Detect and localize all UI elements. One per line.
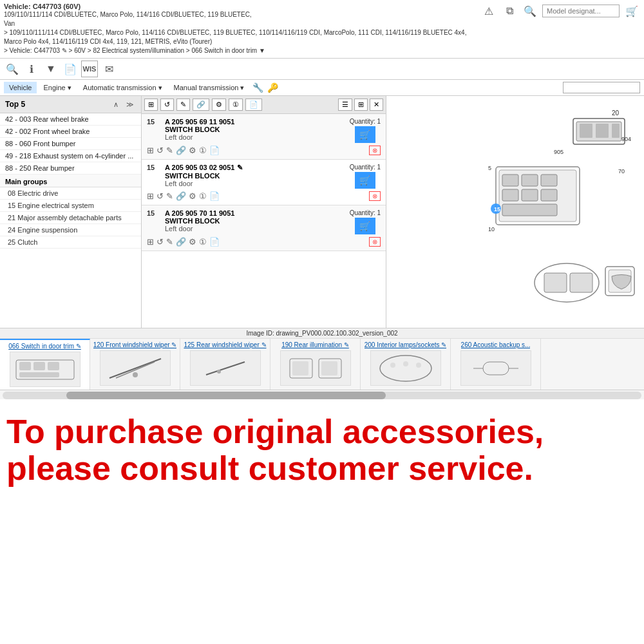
group-engine-suspension[interactable]: 24 Engine suspension (0, 224, 141, 236)
left-item-rear-bumper[interactable]: 88 - 250 Rear bumper (0, 162, 141, 175)
delete-btn-1[interactable]: ⊗ (369, 146, 381, 155)
link-icon-1[interactable]: 🔗 (176, 146, 186, 155)
wis-icon[interactable]: WIS (81, 61, 98, 77)
tab-engine[interactable]: Engine ▾ (38, 82, 76, 94)
right-panel: 20 905 904 70 (386, 96, 644, 328)
settings-icon-1[interactable]: ⚙ (189, 146, 196, 155)
svg-text:70: 70 (618, 168, 625, 175)
thumb-tab-label-190: 190 Rear illumination ✎ (281, 341, 349, 348)
thumb-tab-label-200: 200 Interior lamps/sockets ✎ (365, 341, 447, 348)
cart-btn-2[interactable]: 🛒 (355, 172, 375, 189)
left-item-exhaust[interactable]: 49 - 218 Exhaust system on 4-cylinder ..… (0, 150, 141, 162)
info-icon-1[interactable]: ① (199, 146, 207, 155)
search-icon-btn[interactable]: 🔍 (522, 3, 538, 19)
edit-icon-3[interactable]: ✎ (166, 237, 173, 247)
expand-icon[interactable]: ≫ (124, 99, 136, 110)
document-icon[interactable]: 📄 (62, 61, 79, 77)
refresh-icon-2[interactable]: ↺ (156, 191, 164, 201)
cart-btn-3[interactable]: 🛒 (355, 218, 375, 234)
ct-edit-btn[interactable]: ✎ (176, 99, 190, 111)
filter-icon[interactable]: ▼ (43, 61, 59, 77)
ct-info-btn[interactable]: ① (229, 99, 243, 111)
cart-icon-btn[interactable]: 🛒 (623, 3, 640, 19)
part-sub-2: Left door (165, 180, 345, 187)
edit-icon-1[interactable]: ✎ (166, 146, 173, 155)
ct-doc-btn[interactable]: 📄 (245, 99, 262, 111)
ct-link-btn[interactable]: 🔗 (193, 99, 209, 111)
zoom-in-icon[interactable]: 🔍 (4, 61, 21, 77)
left-item-rear-wheel-brake[interactable]: 42 - 003 Rear wheel brake (0, 113, 141, 126)
ct-grid-btn[interactable]: ⊞ (144, 99, 158, 111)
left-panel: Top 5 ∧ ≫ 42 - 003 Rear wheel brake 42 -… (0, 96, 142, 328)
group-major-assembly[interactable]: 21 Major assembly detachable parts (0, 212, 141, 224)
doc-icon-1[interactable]: 📄 (209, 146, 220, 155)
tab-manual-transmission[interactable]: Manual transmission ▾ (169, 82, 250, 94)
thumb-tab-190[interactable]: 190 Rear illumination ✎ (270, 339, 361, 390)
svg-text:5: 5 (488, 165, 491, 171)
svg-text:10: 10 (488, 226, 495, 232)
model-search-input[interactable] (542, 5, 620, 17)
thumb-tab-label-120: 120 Front windshield wiper ✎ (93, 341, 177, 348)
icon-toolbar: 🔍 ℹ ▼ 📄 WIS ✉ (0, 59, 644, 80)
grid-icon-3[interactable]: ⊞ (147, 237, 154, 247)
delete-btn-2[interactable]: ⊗ (369, 191, 381, 201)
cart-btn-1[interactable]: 🛒 (355, 126, 375, 143)
ct-settings-btn[interactable]: ⚙ (212, 99, 226, 111)
delete-btn-3[interactable]: ⊗ (369, 237, 381, 247)
link-icon-2[interactable]: 🔗 (176, 191, 186, 201)
settings-icon-3[interactable]: ⚙ (189, 237, 196, 247)
left-item-front-bumper[interactable]: 88 - 060 Front bumper (0, 138, 141, 150)
copy-icon-btn[interactable]: ⧉ (501, 3, 518, 19)
thumb-tab-066[interactable]: 066 Switch in door trim ✎ (0, 339, 90, 390)
part-qty-2: Quantity: 1 🛒 (350, 164, 381, 189)
refresh-icon-3[interactable]: ↺ (156, 237, 164, 247)
thumb-tab-200[interactable]: 200 Interior lamps/sockets ✎ (361, 339, 451, 390)
part-sub-1: Left door (165, 133, 345, 141)
part-row-3: 15 A 205 905 70 11 9051 SWITCH BLOCK Lef… (142, 205, 386, 251)
model-text: 109/110/111/114 CDI/BLUETEC, Marco Polo,… (4, 10, 477, 19)
group-electric-drive[interactable]: 08 Electric drive (0, 187, 141, 200)
top-bar: Vehicle: C447703 (60V) 109/110/111/114 C… (0, 0, 644, 59)
info-icon-2[interactable]: ① (199, 191, 207, 201)
part-pos-1: 15 (147, 118, 160, 126)
diagram-area: 20 905 904 70 (389, 99, 641, 325)
thumb-tab-120[interactable]: 120 Front windshield wiper ✎ (90, 339, 180, 390)
grid-icon-1[interactable]: ⊞ (147, 146, 154, 155)
edit-icon-2[interactable]: ✎ (166, 191, 173, 201)
parts-diagram: 20 905 904 70 (393, 102, 638, 321)
group-clutch[interactable]: 25 Clutch (0, 236, 141, 249)
part-name-2: SWITCH BLOCK (165, 172, 345, 180)
info-icon[interactable]: ℹ (23, 61, 40, 77)
info-icon-3[interactable]: ① (199, 237, 207, 247)
ct-refresh-btn[interactable]: ↺ (160, 99, 174, 111)
warning-icon-btn[interactable]: ⚠ (480, 3, 497, 19)
ct-tile-view-btn[interactable]: ⊞ (354, 99, 368, 111)
collapse-icon[interactable]: ∧ (110, 99, 122, 110)
link-icon-3[interactable]: 🔗 (176, 237, 186, 247)
tab-automatic-transmission[interactable]: Automatic transmission ▾ (78, 82, 167, 94)
key-icon[interactable]: 🔑 (266, 81, 279, 94)
thumb-tab-260[interactable]: 260 Acoustic backup s... (451, 339, 541, 390)
svg-rect-12 (502, 175, 518, 186)
thumb-scrollbar[interactable] (3, 392, 641, 399)
part-icon-row-3: ⊞ ↺ ✎ 🔗 ⚙ ① 📄 ⊗ (147, 237, 381, 247)
ct-close-btn[interactable]: ✕ (370, 99, 383, 111)
tab-vehicle[interactable]: Vehicle (4, 82, 37, 93)
doc-icon-3[interactable]: 📄 (209, 237, 220, 247)
promo-section: To purchase original accessories, please… (0, 401, 644, 493)
secondary-search-input[interactable] (563, 82, 640, 93)
left-item-front-wheel-brake[interactable]: 42 - 002 Front wheel brake (0, 126, 141, 138)
thumb-img-066 (10, 352, 80, 387)
thumb-tab-125[interactable]: 125 Rear windshield wiper ✎ (180, 339, 270, 390)
refresh-icon-1[interactable]: ↺ (156, 146, 164, 155)
svg-rect-33 (48, 362, 59, 370)
doc-icon-2[interactable]: 📄 (209, 191, 220, 201)
left-panel-title: Top 5 (5, 100, 25, 109)
grid-icon-2[interactable]: ⊞ (147, 191, 154, 201)
settings-icon-2[interactable]: ⚙ (189, 191, 196, 201)
svg-point-45 (390, 363, 395, 368)
ct-list-view-btn[interactable]: ☰ (338, 99, 352, 111)
email-icon[interactable]: ✉ (100, 61, 117, 77)
wrench-icon[interactable]: 🔧 (251, 81, 265, 94)
group-engine-electrical[interactable]: 15 Engine electrical system (0, 200, 141, 212)
